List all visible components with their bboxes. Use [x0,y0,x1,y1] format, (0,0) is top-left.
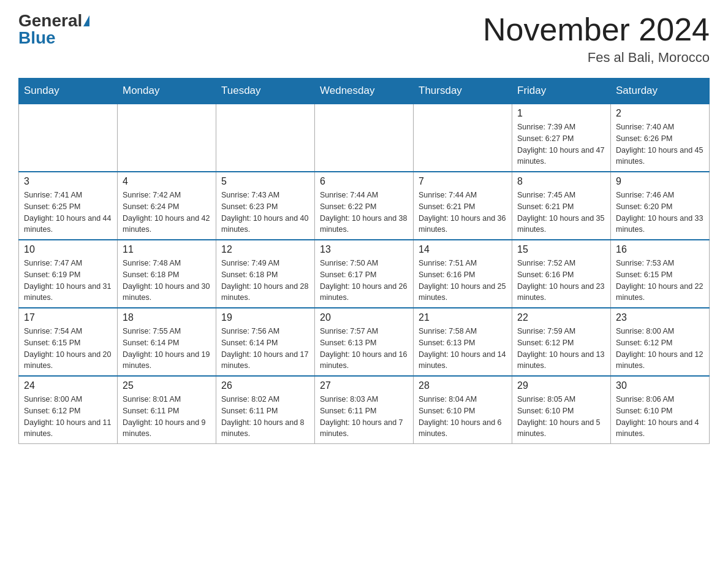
calendar-week-row: 3Sunrise: 7:41 AMSunset: 6:25 PMDaylight… [19,172,710,240]
day-number: 8 [517,176,605,187]
calendar-day-cell: 9Sunrise: 7:46 AMSunset: 6:20 PMDaylight… [611,172,710,240]
day-number: 5 [221,176,309,187]
calendar-day-cell: 11Sunrise: 7:48 AMSunset: 6:18 PMDayligh… [118,240,216,308]
day-number: 3 [24,176,112,187]
calendar-day-cell: 19Sunrise: 7:56 AMSunset: 6:14 PMDayligh… [216,308,315,376]
calendar-day-cell: 21Sunrise: 7:58 AMSunset: 6:13 PMDayligh… [414,308,512,376]
day-number: 21 [419,312,507,323]
day-info: Sunrise: 7:59 AMSunset: 6:12 PMDaylight:… [517,326,605,372]
day-info: Sunrise: 7:58 AMSunset: 6:13 PMDaylight:… [419,326,507,372]
day-number: 4 [123,176,211,187]
day-number: 14 [419,244,507,255]
logo: General Blue [18,12,89,47]
calendar-week-row: 24Sunrise: 8:00 AMSunset: 6:12 PMDayligh… [19,376,710,444]
calendar-day-cell: 28Sunrise: 8:04 AMSunset: 6:10 PMDayligh… [414,376,512,444]
calendar-day-cell: 17Sunrise: 7:54 AMSunset: 6:15 PMDayligh… [19,308,118,376]
calendar-day-cell: 13Sunrise: 7:50 AMSunset: 6:17 PMDayligh… [315,240,414,308]
day-number: 30 [616,380,704,391]
day-number: 12 [221,244,309,255]
day-info: Sunrise: 8:00 AMSunset: 6:12 PMDaylight:… [616,326,704,372]
calendar-week-row: 17Sunrise: 7:54 AMSunset: 6:15 PMDayligh… [19,308,710,376]
day-info: Sunrise: 8:00 AMSunset: 6:12 PMDaylight:… [24,394,112,440]
day-of-week-header: Sunday [19,79,118,104]
day-info: Sunrise: 7:44 AMSunset: 6:21 PMDaylight:… [419,190,507,236]
day-number: 25 [123,380,211,391]
day-of-week-header: Monday [118,79,216,104]
calendar-day-cell: 7Sunrise: 7:44 AMSunset: 6:21 PMDaylight… [414,172,512,240]
day-number: 10 [24,244,112,255]
day-number: 7 [419,176,507,187]
calendar-header-row: SundayMondayTuesdayWednesdayThursdayFrid… [19,79,710,104]
calendar-table: SundayMondayTuesdayWednesdayThursdayFrid… [18,78,710,444]
day-number: 19 [221,312,309,323]
calendar-day-cell: 3Sunrise: 7:41 AMSunset: 6:25 PMDaylight… [19,172,118,240]
day-info: Sunrise: 7:57 AMSunset: 6:13 PMDaylight:… [320,326,408,372]
calendar-day-cell: 25Sunrise: 8:01 AMSunset: 6:11 PMDayligh… [118,376,216,444]
day-number: 18 [123,312,211,323]
day-info: Sunrise: 7:54 AMSunset: 6:15 PMDaylight:… [24,326,112,372]
day-info: Sunrise: 7:47 AMSunset: 6:19 PMDaylight:… [24,258,112,304]
calendar-day-cell: 22Sunrise: 7:59 AMSunset: 6:12 PMDayligh… [512,308,611,376]
calendar-day-cell: 8Sunrise: 7:45 AMSunset: 6:21 PMDaylight… [512,172,611,240]
calendar-day-cell [118,104,216,172]
header: General Blue November 2024 Fes al Bali, … [18,12,710,66]
calendar-day-cell: 1Sunrise: 7:39 AMSunset: 6:27 PMDaylight… [512,104,611,172]
day-number: 16 [616,244,704,255]
day-info: Sunrise: 7:56 AMSunset: 6:14 PMDaylight:… [221,326,309,372]
day-info: Sunrise: 7:51 AMSunset: 6:16 PMDaylight:… [419,258,507,304]
day-info: Sunrise: 7:39 AMSunset: 6:27 PMDaylight:… [517,121,605,167]
calendar-title: November 2024 [483,12,710,47]
calendar-week-row: 1Sunrise: 7:39 AMSunset: 6:27 PMDaylight… [19,104,710,172]
calendar-day-cell: 12Sunrise: 7:49 AMSunset: 6:18 PMDayligh… [216,240,315,308]
day-info: Sunrise: 7:44 AMSunset: 6:22 PMDaylight:… [320,190,408,236]
calendar-day-cell [19,104,118,172]
day-number: 29 [517,380,605,391]
day-number: 20 [320,312,408,323]
calendar-subtitle: Fes al Bali, Morocco [483,50,710,66]
calendar-day-cell [216,104,315,172]
calendar-day-cell: 27Sunrise: 8:03 AMSunset: 6:11 PMDayligh… [315,376,414,444]
calendar-day-cell: 15Sunrise: 7:52 AMSunset: 6:16 PMDayligh… [512,240,611,308]
day-info: Sunrise: 7:45 AMSunset: 6:21 PMDaylight:… [517,190,605,236]
calendar-day-cell: 20Sunrise: 7:57 AMSunset: 6:13 PMDayligh… [315,308,414,376]
day-info: Sunrise: 8:02 AMSunset: 6:11 PMDaylight:… [221,394,309,440]
day-number: 22 [517,312,605,323]
day-number: 2 [616,108,704,119]
day-info: Sunrise: 8:06 AMSunset: 6:10 PMDaylight:… [616,394,704,440]
day-number: 1 [517,108,605,119]
day-info: Sunrise: 7:53 AMSunset: 6:15 PMDaylight:… [616,258,704,304]
day-info: Sunrise: 8:03 AMSunset: 6:11 PMDaylight:… [320,394,408,440]
day-number: 9 [616,176,704,187]
day-info: Sunrise: 7:49 AMSunset: 6:18 PMDaylight:… [221,258,309,304]
calendar-day-cell [414,104,512,172]
logo-blue-text: Blue [18,29,56,47]
calendar-day-cell: 6Sunrise: 7:44 AMSunset: 6:22 PMDaylight… [315,172,414,240]
logo-general-text: General [18,12,82,29]
calendar-day-cell: 18Sunrise: 7:55 AMSunset: 6:14 PMDayligh… [118,308,216,376]
day-info: Sunrise: 7:40 AMSunset: 6:26 PMDaylight:… [616,121,704,167]
day-info: Sunrise: 8:01 AMSunset: 6:11 PMDaylight:… [123,394,211,440]
day-of-week-header: Friday [512,79,611,104]
calendar-day-cell: 4Sunrise: 7:42 AMSunset: 6:24 PMDaylight… [118,172,216,240]
title-area: November 2024 Fes al Bali, Morocco [483,12,710,66]
day-info: Sunrise: 7:46 AMSunset: 6:20 PMDaylight:… [616,190,704,236]
day-number: 27 [320,380,408,391]
calendar-day-cell: 16Sunrise: 7:53 AMSunset: 6:15 PMDayligh… [611,240,710,308]
calendar-day-cell: 30Sunrise: 8:06 AMSunset: 6:10 PMDayligh… [611,376,710,444]
calendar-day-cell: 10Sunrise: 7:47 AMSunset: 6:19 PMDayligh… [19,240,118,308]
calendar-day-cell: 26Sunrise: 8:02 AMSunset: 6:11 PMDayligh… [216,376,315,444]
day-number: 6 [320,176,408,187]
day-number: 23 [616,312,704,323]
logo-triangle-icon [83,15,89,26]
day-info: Sunrise: 7:48 AMSunset: 6:18 PMDaylight:… [123,258,211,304]
day-number: 28 [419,380,507,391]
day-info: Sunrise: 7:50 AMSunset: 6:17 PMDaylight:… [320,258,408,304]
day-info: Sunrise: 7:52 AMSunset: 6:16 PMDaylight:… [517,258,605,304]
day-of-week-header: Thursday [414,79,512,104]
day-of-week-header: Tuesday [216,79,315,104]
day-number: 11 [123,244,211,255]
day-info: Sunrise: 7:55 AMSunset: 6:14 PMDaylight:… [123,326,211,372]
calendar-day-cell: 29Sunrise: 8:05 AMSunset: 6:10 PMDayligh… [512,376,611,444]
day-info: Sunrise: 8:04 AMSunset: 6:10 PMDaylight:… [419,394,507,440]
day-number: 26 [221,380,309,391]
